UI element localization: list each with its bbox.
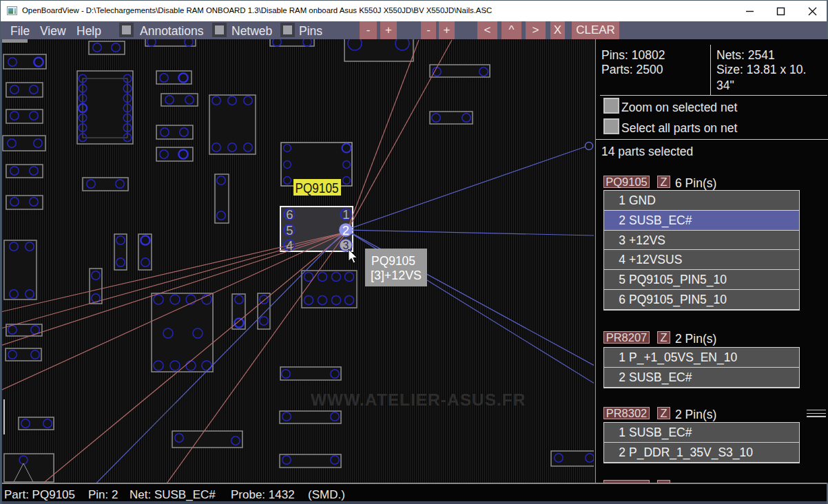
svg-text:PQ9105: PQ9105	[296, 180, 339, 196]
svg-text:5: 5	[286, 223, 293, 238]
svg-text:PQ9105: PQ9105	[371, 253, 415, 268]
svg-text:6: 6	[286, 207, 293, 222]
svg-text:4: 4	[286, 238, 293, 253]
svg-text:[3]+12VS: [3]+12VS	[371, 268, 422, 282]
svg-text:WWW.ATELIER-ASUS.FR: WWW.ATELIER-ASUS.FR	[311, 390, 526, 409]
svg-text:2: 2	[342, 223, 349, 238]
svg-text:1: 1	[342, 207, 349, 222]
svg-text:3: 3	[343, 240, 349, 251]
